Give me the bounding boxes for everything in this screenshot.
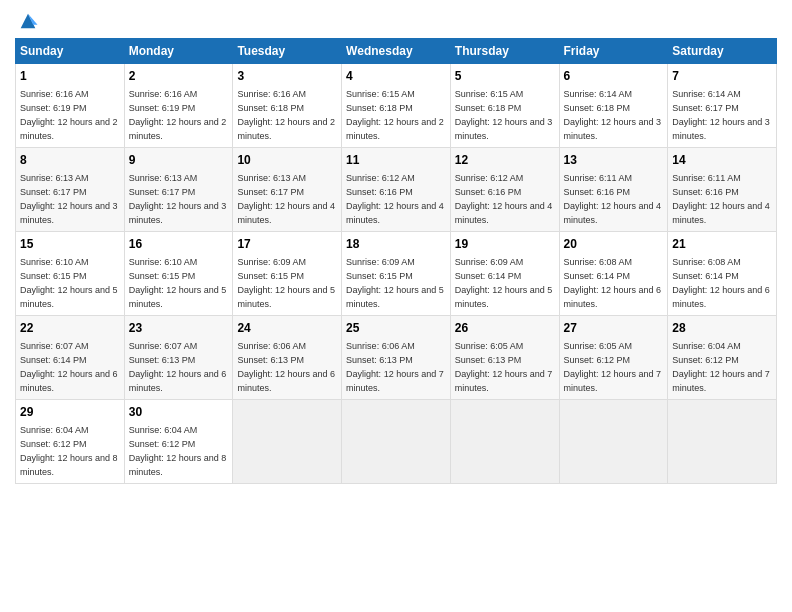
table-row: 11Sunrise: 6:12 AMSunset: 6:16 PMDayligh…	[342, 147, 451, 231]
table-row: 8Sunrise: 6:13 AMSunset: 6:17 PMDaylight…	[16, 147, 125, 231]
col-tuesday: Tuesday	[233, 39, 342, 64]
header	[15, 10, 777, 32]
calendar-header-row: Sunday Monday Tuesday Wednesday Thursday…	[16, 39, 777, 64]
table-row	[233, 399, 342, 483]
table-row: 3Sunrise: 6:16 AMSunset: 6:18 PMDaylight…	[233, 64, 342, 148]
logo	[15, 10, 39, 32]
table-row: 29Sunrise: 6:04 AMSunset: 6:12 PMDayligh…	[16, 399, 125, 483]
table-row: 9Sunrise: 6:13 AMSunset: 6:17 PMDaylight…	[124, 147, 233, 231]
table-row: 26Sunrise: 6:05 AMSunset: 6:13 PMDayligh…	[450, 315, 559, 399]
calendar-week-row: 8Sunrise: 6:13 AMSunset: 6:17 PMDaylight…	[16, 147, 777, 231]
table-row: 6Sunrise: 6:14 AMSunset: 6:18 PMDaylight…	[559, 64, 668, 148]
table-row: 4Sunrise: 6:15 AMSunset: 6:18 PMDaylight…	[342, 64, 451, 148]
logo-icon	[17, 10, 39, 32]
table-row	[559, 399, 668, 483]
table-row: 24Sunrise: 6:06 AMSunset: 6:13 PMDayligh…	[233, 315, 342, 399]
col-wednesday: Wednesday	[342, 39, 451, 64]
table-row: 20Sunrise: 6:08 AMSunset: 6:14 PMDayligh…	[559, 231, 668, 315]
col-friday: Friday	[559, 39, 668, 64]
table-row	[342, 399, 451, 483]
table-row	[668, 399, 777, 483]
col-thursday: Thursday	[450, 39, 559, 64]
page-container: Sunday Monday Tuesday Wednesday Thursday…	[0, 0, 792, 494]
calendar-week-row: 22Sunrise: 6:07 AMSunset: 6:14 PMDayligh…	[16, 315, 777, 399]
table-row: 19Sunrise: 6:09 AMSunset: 6:14 PMDayligh…	[450, 231, 559, 315]
col-sunday: Sunday	[16, 39, 125, 64]
table-row: 27Sunrise: 6:05 AMSunset: 6:12 PMDayligh…	[559, 315, 668, 399]
table-row: 30Sunrise: 6:04 AMSunset: 6:12 PMDayligh…	[124, 399, 233, 483]
table-row: 21Sunrise: 6:08 AMSunset: 6:14 PMDayligh…	[668, 231, 777, 315]
col-monday: Monday	[124, 39, 233, 64]
table-row	[450, 399, 559, 483]
table-row: 18Sunrise: 6:09 AMSunset: 6:15 PMDayligh…	[342, 231, 451, 315]
table-row: 10Sunrise: 6:13 AMSunset: 6:17 PMDayligh…	[233, 147, 342, 231]
table-row: 17Sunrise: 6:09 AMSunset: 6:15 PMDayligh…	[233, 231, 342, 315]
table-row: 14Sunrise: 6:11 AMSunset: 6:16 PMDayligh…	[668, 147, 777, 231]
table-row: 12Sunrise: 6:12 AMSunset: 6:16 PMDayligh…	[450, 147, 559, 231]
calendar-week-row: 15Sunrise: 6:10 AMSunset: 6:15 PMDayligh…	[16, 231, 777, 315]
calendar-table: Sunday Monday Tuesday Wednesday Thursday…	[15, 38, 777, 484]
table-row: 15Sunrise: 6:10 AMSunset: 6:15 PMDayligh…	[16, 231, 125, 315]
calendar-week-row: 1Sunrise: 6:16 AMSunset: 6:19 PMDaylight…	[16, 64, 777, 148]
table-row: 23Sunrise: 6:07 AMSunset: 6:13 PMDayligh…	[124, 315, 233, 399]
col-saturday: Saturday	[668, 39, 777, 64]
calendar-week-row: 29Sunrise: 6:04 AMSunset: 6:12 PMDayligh…	[16, 399, 777, 483]
table-row: 16Sunrise: 6:10 AMSunset: 6:15 PMDayligh…	[124, 231, 233, 315]
table-row: 22Sunrise: 6:07 AMSunset: 6:14 PMDayligh…	[16, 315, 125, 399]
table-row: 2Sunrise: 6:16 AMSunset: 6:19 PMDaylight…	[124, 64, 233, 148]
table-row: 25Sunrise: 6:06 AMSunset: 6:13 PMDayligh…	[342, 315, 451, 399]
table-row: 1Sunrise: 6:16 AMSunset: 6:19 PMDaylight…	[16, 64, 125, 148]
table-row: 28Sunrise: 6:04 AMSunset: 6:12 PMDayligh…	[668, 315, 777, 399]
table-row: 13Sunrise: 6:11 AMSunset: 6:16 PMDayligh…	[559, 147, 668, 231]
table-row: 5Sunrise: 6:15 AMSunset: 6:18 PMDaylight…	[450, 64, 559, 148]
table-row: 7Sunrise: 6:14 AMSunset: 6:17 PMDaylight…	[668, 64, 777, 148]
